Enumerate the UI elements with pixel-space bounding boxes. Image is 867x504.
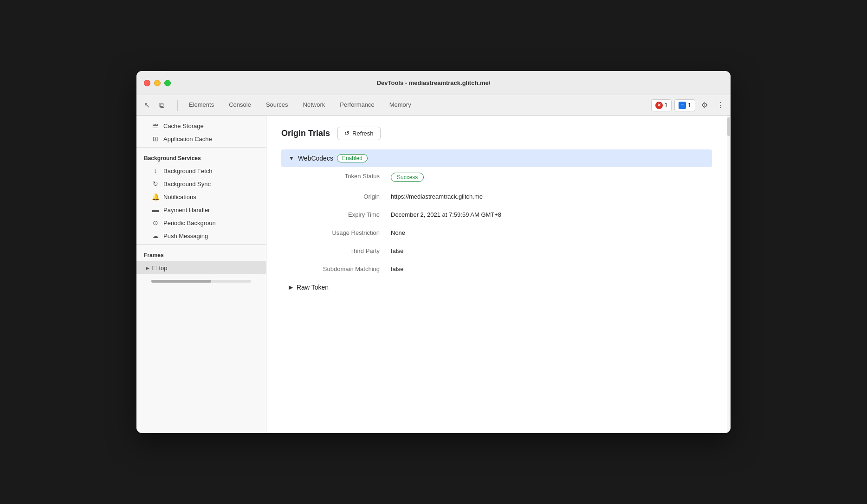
detail-row-expiry-time: Expiry Time December 2, 2021 at 7:59:59 … <box>281 206 712 224</box>
more-icon[interactable]: ⋮ <box>714 99 727 112</box>
error-badge-button[interactable]: ✕ 1 <box>651 99 672 111</box>
value-origin: https://mediastreamtrack.glitch.me <box>391 193 705 200</box>
window-title: DevTools - mediastreamtrack.glitch.me/ <box>377 79 491 86</box>
refresh-icon: ↺ <box>344 130 349 137</box>
detail-row-token-status: Token Status Success <box>281 167 712 187</box>
webcodecs-row[interactable]: ▼ WebCodecs Enabled <box>281 149 712 167</box>
label-expiry-time: Expiry Time <box>289 211 391 218</box>
background-fetch-icon: ↕ <box>151 167 160 174</box>
background-services-header: Background Services <box>136 149 266 164</box>
close-button[interactable] <box>144 80 150 86</box>
sidebar-scrollbar-thumb <box>151 280 211 283</box>
tab-divider <box>177 100 178 111</box>
cursor-icon[interactable]: ↖ <box>140 99 153 112</box>
sidebar-item-notifications[interactable]: 🔔 Notifications <box>136 190 266 203</box>
message-icon: ≡ <box>679 102 686 109</box>
webcodecs-expand-arrow: ▼ <box>289 155 294 162</box>
detail-section: Token Status Success Origin https://medi… <box>281 167 712 297</box>
layers-icon[interactable]: ⧉ <box>155 99 168 112</box>
label-third-party: Third Party <box>289 247 391 254</box>
sidebar-item-label-periodic-background: Periodic Backgroun <box>163 220 216 226</box>
frames-expand-icon: ▶ <box>146 265 149 271</box>
detail-row-origin: Origin https://mediastreamtrack.glitch.m… <box>281 187 712 206</box>
sidebar-item-background-sync[interactable]: ↻ Background Sync <box>136 177 266 190</box>
tab-sources[interactable]: Sources <box>259 95 296 116</box>
sidebar-item-label-cache-storage: Cache Storage <box>163 123 204 129</box>
frames-header: Frames <box>136 246 266 261</box>
refresh-label: Refresh <box>352 130 374 137</box>
webcodecs-name: WebCodecs <box>298 155 333 162</box>
sidebar-item-application-cache[interactable]: ⊞ Application Cache <box>136 132 266 145</box>
sidebar-scrollbar-area <box>136 274 266 288</box>
frames-top-label: top <box>159 265 167 271</box>
sidebar-item-cache-storage[interactable]: 🗃 Cache Storage <box>136 119 266 132</box>
maximize-button[interactable] <box>164 80 171 86</box>
application-cache-icon: ⊞ <box>151 135 160 142</box>
raw-token-row[interactable]: ▶ Raw Token <box>281 278 712 297</box>
sidebar-item-payment-handler[interactable]: ▬ Payment Handler <box>136 203 266 216</box>
folder-icon: □ <box>152 264 156 271</box>
content-area: Origin Trials ↺ Refresh ▼ WebCodecs Enab… <box>266 116 727 433</box>
sidebar-divider-1 <box>136 147 266 148</box>
sidebar-item-background-fetch[interactable]: ↕ Background Fetch <box>136 164 266 177</box>
sidebar-item-label-background-fetch: Background Fetch <box>163 168 213 174</box>
sidebar-divider-2 <box>136 244 266 245</box>
right-scrollbar[interactable] <box>727 116 731 433</box>
cache-storage-icon: 🗃 <box>151 122 160 129</box>
background-sync-icon: ↻ <box>151 180 160 187</box>
tab-bar-right: ✕ 1 ≡ 1 ⚙ ⋮ <box>651 99 727 112</box>
main-area: 🗃 Cache Storage ⊞ Application Cache Back… <box>136 116 731 433</box>
value-usage-restriction: None <box>391 229 705 236</box>
label-usage-restriction: Usage Restriction <box>289 229 391 236</box>
title-bar: DevTools - mediastreamtrack.glitch.me/ <box>136 71 731 95</box>
success-badge: Success <box>391 173 424 182</box>
tab-console[interactable]: Console <box>221 95 259 116</box>
sidebar-item-label-background-sync: Background Sync <box>163 181 211 187</box>
sidebar-item-label-payment-handler: Payment Handler <box>163 207 210 213</box>
payment-handler-icon: ▬ <box>151 206 160 213</box>
tab-network[interactable]: Network <box>296 95 333 116</box>
sidebar-scrollbar[interactable] <box>151 280 251 283</box>
error-count: 1 <box>665 102 668 109</box>
devtools-icons: ↖ ⧉ <box>140 99 168 112</box>
notifications-icon: 🔔 <box>151 193 160 200</box>
settings-icon[interactable]: ⚙ <box>698 99 711 112</box>
message-count: 1 <box>688 102 691 109</box>
value-subdomain-matching: false <box>391 265 705 272</box>
content-header: Origin Trials ↺ Refresh <box>281 127 712 140</box>
right-scrollbar-thumb <box>727 117 730 136</box>
webcodecs-enabled-badge: Enabled <box>337 154 368 162</box>
detail-row-third-party: Third Party false <box>281 242 712 260</box>
periodic-background-icon: ⊙ <box>151 219 160 226</box>
tab-memory[interactable]: Memory <box>382 95 419 116</box>
sidebar-item-label-notifications: Notifications <box>163 194 196 200</box>
refresh-button[interactable]: ↺ Refresh <box>337 127 381 140</box>
value-token-status: Success <box>391 173 705 182</box>
value-expiry-time: December 2, 2021 at 7:59:59 AM GMT+8 <box>391 211 705 218</box>
sidebar-item-label-application-cache: Application Cache <box>163 136 212 142</box>
page-title: Origin Trials <box>281 129 330 138</box>
tab-elements[interactable]: Elements <box>181 95 221 116</box>
minimize-button[interactable] <box>154 80 161 86</box>
tab-bar: ↖ ⧉ Elements Console Sources Network Per… <box>136 95 731 116</box>
label-origin: Origin <box>289 193 391 200</box>
push-messaging-icon: ☁ <box>151 232 160 239</box>
raw-token-label: Raw Token <box>297 284 329 291</box>
value-third-party: false <box>391 247 705 254</box>
sidebar: 🗃 Cache Storage ⊞ Application Cache Back… <box>136 116 266 433</box>
label-subdomain-matching: Subdomain Matching <box>289 265 391 272</box>
sidebar-item-push-messaging[interactable]: ☁ Push Messaging <box>136 229 266 242</box>
sidebar-item-periodic-background[interactable]: ⊙ Periodic Backgroun <box>136 216 266 229</box>
sidebar-item-frames-top[interactable]: ▶ □ top <box>136 261 266 274</box>
traffic-lights <box>144 80 171 86</box>
sidebar-item-label-push-messaging: Push Messaging <box>163 233 208 239</box>
tab-performance[interactable]: Performance <box>332 95 382 116</box>
devtools-window: DevTools - mediastreamtrack.glitch.me/ ↖… <box>136 71 731 433</box>
message-badge-button[interactable]: ≡ 1 <box>674 99 695 111</box>
error-icon: ✕ <box>655 102 663 109</box>
label-token-status: Token Status <box>289 173 391 182</box>
main-tabs: Elements Console Sources Network Perform… <box>181 95 651 116</box>
raw-token-expand-arrow: ▶ <box>289 284 293 291</box>
detail-row-usage-restriction: Usage Restriction None <box>281 224 712 242</box>
detail-row-subdomain-matching: Subdomain Matching false <box>281 260 712 278</box>
